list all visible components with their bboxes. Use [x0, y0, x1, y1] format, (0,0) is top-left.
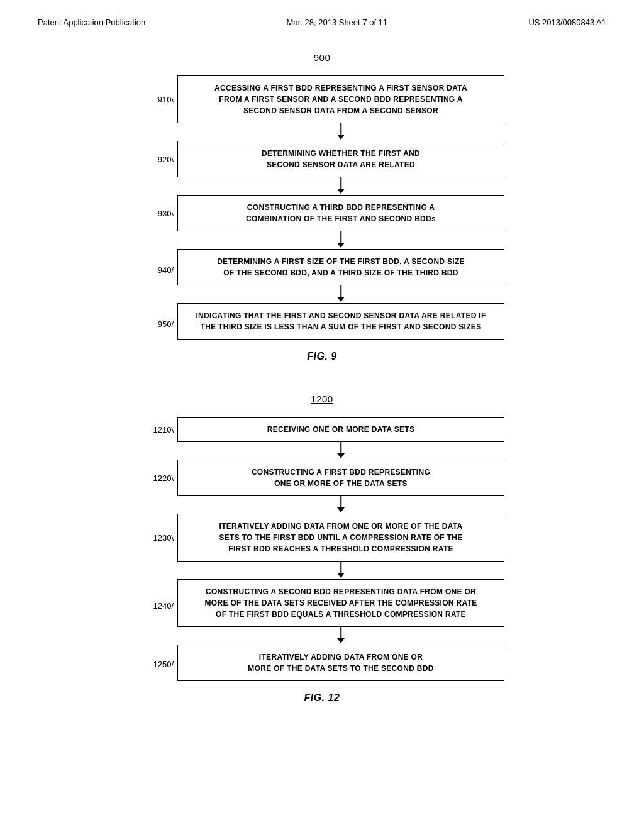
page-content: 900 910\ ACCESSING A FIRST BDD REPRESENT…	[0, 33, 644, 754]
flow-row-950: 950/ INDICATING THAT THE FIRST AND SECON…	[140, 303, 504, 340]
arrow-940-950	[177, 285, 504, 303]
step-label-910: 910\	[140, 95, 177, 104]
diagram1-title: 900	[314, 52, 331, 63]
fig12-caption: FIG. 12	[304, 692, 340, 704]
flow-row-940: 940/ DETERMINING A FIRST SIZE OF THE FIR…	[140, 249, 504, 285]
arrow-1230-1240	[177, 562, 504, 579]
flow-row-1220: 1220\ CONSTRUCTING A FIRST BDD REPRESENT…	[140, 460, 504, 496]
step-box-1220: CONSTRUCTING A FIRST BDD REPRESENTING ON…	[177, 460, 504, 496]
arrow-1240-1250	[177, 627, 504, 645]
step-label-950: 950/	[140, 314, 177, 329]
step-box-940: DETERMINING A FIRST SIZE OF THE FIRST BD…	[177, 249, 504, 285]
flow-row-930: 930\ CONSTRUCTING A THIRD BDD REPRESENTI…	[140, 195, 504, 231]
flow-container-fig9: 910\ ACCESSING A FIRST BDD REPRESENTING …	[140, 75, 504, 340]
header-right: US 2013/0080843 A1	[528, 18, 606, 27]
step-box-1250: ITERATIVELY ADDING DATA FROM ONE OR MORE…	[177, 645, 504, 681]
step-label-930: 930\	[140, 209, 177, 218]
step-label-1210: 1210\	[140, 425, 177, 434]
arrow-920-930	[177, 177, 504, 195]
step-box-920: DETERMINING WHETHER THE FIRST AND SECOND…	[177, 141, 504, 177]
step-box-1230: ITERATIVELY ADDING DATA FROM ONE OR MORE…	[177, 514, 504, 562]
step-box-910: ACCESSING A FIRST BDD REPRESENTING A FIR…	[177, 75, 504, 123]
step-label-940: 940/	[140, 260, 177, 275]
arrow-1210-1220	[177, 442, 504, 460]
header-middle: Mar. 28, 2013 Sheet 7 of 11	[287, 18, 387, 27]
step-label-920: 920\	[140, 155, 177, 164]
step-box-1210: RECEIVING ONE OR MORE DATA SETS	[177, 417, 504, 442]
fig9-caption: FIG. 9	[307, 351, 336, 362]
step-box-1240: CONSTRUCTING A SECOND BDD REPRESENTING D…	[177, 579, 504, 627]
flow-row-1210: 1210\ RECEIVING ONE OR MORE DATA SETS	[140, 417, 504, 442]
page-header: Patent Application Publication Mar. 28, …	[0, 0, 644, 33]
step-label-1220: 1220\	[140, 473, 177, 483]
header-left: Patent Application Publication	[38, 18, 145, 27]
flow-row-1240: 1240/ CONSTRUCTING A SECOND BDD REPRESEN…	[140, 579, 504, 627]
arrow-930-940	[177, 231, 504, 249]
arrow-910-920	[177, 123, 504, 141]
flow-row-1230: 1230\ ITERATIVELY ADDING DATA FROM ONE O…	[140, 514, 504, 562]
step-label-1230: 1230\	[140, 533, 177, 543]
diagram2-title: 1200	[311, 394, 333, 404]
step-box-930: CONSTRUCTING A THIRD BDD REPRESENTING A …	[177, 195, 504, 231]
step-label-1250: 1250/	[140, 657, 177, 669]
arrow-1220-1230	[177, 496, 504, 514]
flow-container-fig12: 1210\ RECEIVING ONE OR MORE DATA SETS 12…	[140, 417, 504, 681]
flow-row-920: 920\ DETERMINING WHETHER THE FIRST AND S…	[140, 141, 504, 177]
step-label-1240: 1240/	[140, 596, 177, 611]
flow-row-910: 910\ ACCESSING A FIRST BDD REPRESENTING …	[140, 75, 504, 123]
diagram-fig12: 1200 1210\ RECEIVING ONE OR MORE DATA SE…	[50, 394, 594, 704]
step-box-950: INDICATING THAT THE FIRST AND SECOND SEN…	[177, 303, 504, 340]
diagram-fig9: 900 910\ ACCESSING A FIRST BDD REPRESENT…	[50, 52, 594, 362]
flow-row-1250: 1250/ ITERATIVELY ADDING DATA FROM ONE O…	[140, 645, 504, 681]
